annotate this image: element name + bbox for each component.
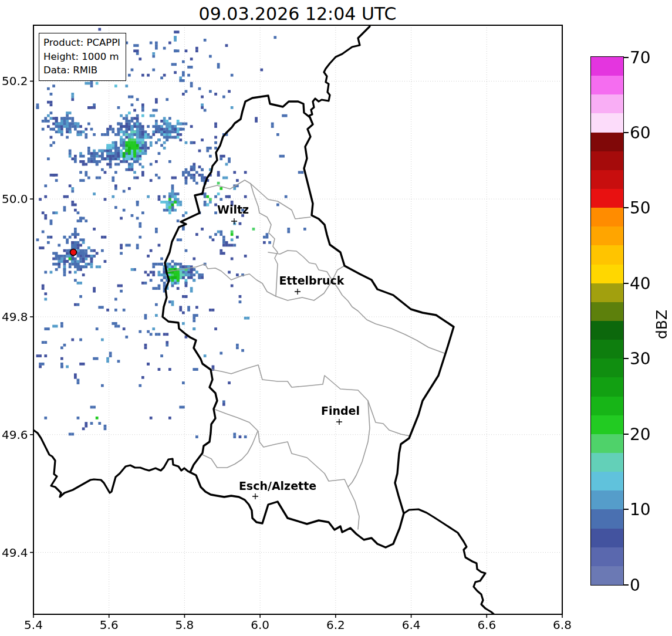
map-borders-layer xyxy=(0,0,672,636)
colorbar-tick-mark xyxy=(624,358,629,359)
y-axis-tick-label: 50.2 xyxy=(2,74,28,88)
x-axis-tick-label: 6.4 xyxy=(402,618,421,632)
colorbar-tick-mark xyxy=(624,509,629,510)
x-axis-tick-label: 5.8 xyxy=(175,618,194,632)
y-axis-tick-label: 49.6 xyxy=(2,428,28,442)
colorbar-tick-mark xyxy=(624,57,629,58)
colorbar-unit-label: dBZ xyxy=(653,310,670,339)
y-axis-tick-label: 49.4 xyxy=(2,546,28,560)
country-border-external xyxy=(33,430,190,497)
colorbar-tick-mark xyxy=(624,434,629,435)
x-axis-tick-label: 6.6 xyxy=(477,618,496,632)
city-label: Esch/Alzette xyxy=(239,479,316,492)
city-label: Wiltz xyxy=(217,203,249,216)
x-axis-tick-label: 5.4 xyxy=(24,618,43,632)
colorbar-tick-label: 50 xyxy=(630,198,651,218)
x-axis-tick-label: 6.2 xyxy=(326,618,345,632)
x-axis-tick-label: 5.6 xyxy=(100,618,119,632)
info-source: Data: RMIB xyxy=(43,63,120,77)
x-axis-tick-label: 6.0 xyxy=(251,618,269,632)
regional-border xyxy=(268,251,444,353)
colorbar-tick-mark xyxy=(624,207,629,208)
city-label: Ettelbruck xyxy=(279,274,345,287)
y-axis-tick-label: 49.8 xyxy=(2,310,28,324)
info-product: Product: PCAPPI xyxy=(43,36,120,50)
city-plus-marker xyxy=(252,493,258,499)
regional-border xyxy=(212,365,410,436)
colorbar-tick-mark xyxy=(624,584,629,586)
colorbar-tick-mark xyxy=(624,283,629,284)
city-plus-marker xyxy=(295,289,300,295)
colorbar-tick-label: 70 xyxy=(630,48,651,67)
y-axis-tick-label: 50.0 xyxy=(2,192,28,206)
colorbar xyxy=(590,56,624,586)
regional-border xyxy=(214,409,359,529)
colorbar-tick-label: 0 xyxy=(630,575,640,594)
colorbar-tick-label: 40 xyxy=(630,273,651,293)
country-border-external xyxy=(309,26,370,117)
info-height: Height: 1000 m xyxy=(43,50,120,64)
country-border-external xyxy=(404,509,496,616)
radar-figure: 09.03.2026 12:04 UTC Product: PCAPPI Hei… xyxy=(0,0,672,636)
colorbar-gradient xyxy=(591,57,623,585)
info-box: Product: PCAPPI Height: 1000 m Data: RMI… xyxy=(39,33,126,81)
colorbar-tick-mark xyxy=(624,132,629,133)
colorbar-tick-label: 20 xyxy=(630,424,651,444)
city-plus-marker xyxy=(231,218,237,224)
radar-site-marker xyxy=(70,249,77,256)
colorbar-tick-label: 30 xyxy=(630,349,651,368)
colorbar-tick-label: 10 xyxy=(630,500,651,519)
city-label: Findel xyxy=(321,404,360,417)
x-axis-tick-label: 6.8 xyxy=(553,618,572,632)
colorbar-tick-label: 60 xyxy=(630,123,651,142)
city-plus-marker xyxy=(336,419,342,425)
